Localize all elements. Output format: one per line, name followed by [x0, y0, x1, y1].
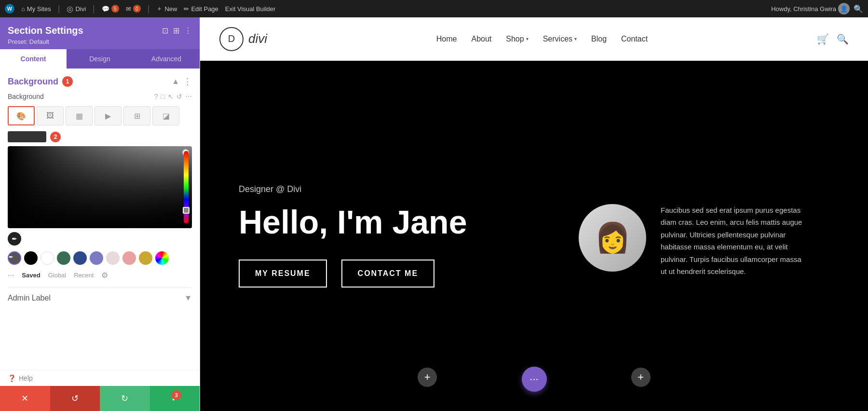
- add-column-right-button[interactable]: +: [631, 368, 651, 387]
- nav-link-about[interactable]: About: [471, 35, 491, 43]
- background-row-icons: ? □ ↖ ↺ ⋯: [154, 93, 192, 100]
- color-swatch-blue[interactable]: [73, 251, 87, 265]
- services-chevron-icon: ▾: [574, 36, 577, 41]
- panel-tabs: Content Design Advanced: [0, 49, 200, 68]
- background-label: Background: [8, 93, 44, 100]
- bg-color-icon: 🎨: [16, 111, 26, 121]
- color-tab-global[interactable]: Global: [48, 272, 67, 279]
- messages-icon: ✉: [126, 5, 131, 13]
- hue-slider-col: [180, 146, 192, 228]
- color-hex-input[interactable]: #000000: [8, 131, 46, 142]
- panel-layout-icon[interactable]: ⊞: [173, 26, 179, 35]
- background-reset-icon[interactable]: ↺: [176, 93, 182, 100]
- nav-link-shop[interactable]: Shop ▾: [506, 35, 528, 43]
- bg-type-pattern-button[interactable]: ⊞: [123, 106, 150, 125]
- messages-link[interactable]: ✉ 0: [126, 5, 141, 13]
- plus-icon: ＋: [156, 4, 163, 13]
- admin-label-row[interactable]: Admin Label ▼: [8, 288, 192, 308]
- bg-type-gradient-button[interactable]: ▦: [66, 106, 93, 125]
- logo-d-icon: D: [228, 33, 235, 44]
- bg-mask-icon: ◪: [163, 111, 170, 121]
- color-swatch-rainbow[interactable]: [155, 251, 169, 265]
- bg-video-icon: ▶: [105, 111, 111, 121]
- bg-type-mask-button[interactable]: ◪: [152, 106, 179, 125]
- panel-resize-icon[interactable]: ⊡: [162, 26, 168, 35]
- panel-preset[interactable]: Preset: Default: [8, 38, 192, 45]
- background-cursor-icon[interactable]: ↖: [168, 93, 174, 100]
- color-swatch-white[interactable]: [41, 251, 54, 265]
- color-swatch-pink-light[interactable]: [106, 251, 120, 265]
- background-device-icon[interactable]: □: [161, 93, 165, 100]
- panel-menu-icon[interactable]: ⋮: [184, 26, 192, 35]
- color-swatch-green[interactable]: [57, 251, 70, 265]
- background-section-header: Background 1 ▲ ⋮: [8, 76, 192, 87]
- color-swatch-pink[interactable]: [122, 251, 136, 265]
- panel-content: Background 1 ▲ ⋮ Background ? □ ↖ ↺ ⋯: [0, 68, 200, 370]
- nav-link-home[interactable]: Home: [436, 35, 457, 43]
- admin-label-text: Admin Label: [8, 294, 51, 302]
- cart-icon[interactable]: 🛒: [817, 33, 829, 45]
- my-sites-link[interactable]: ⌂ My Sites: [21, 5, 51, 13]
- color-swatch-purple[interactable]: [90, 251, 103, 265]
- search-icon[interactable]: 🔍: [854, 4, 863, 14]
- site-name-link[interactable]: ◎ Divi: [67, 4, 86, 14]
- logo-circle: D: [219, 27, 244, 51]
- section-controls: ▲ ⋮: [172, 76, 192, 87]
- color-gradient-canvas[interactable]: [8, 146, 192, 228]
- contact-button[interactable]: CONTACT ME: [341, 260, 434, 288]
- color-swatch-gold[interactable]: [139, 251, 152, 265]
- site-nav: D divi Home About Shop ▾ Services ▾: [200, 17, 868, 61]
- nav-link-services[interactable]: Services ▾: [543, 35, 577, 43]
- fab-button[interactable]: ···: [522, 367, 547, 392]
- color-tab-recent[interactable]: Recent: [74, 272, 94, 279]
- wp-admin-bar: W ⌂ My Sites | ◎ Divi | 💬 5 ✉ 0 | ＋ New …: [0, 0, 868, 17]
- tab-advanced[interactable]: Advanced: [133, 49, 200, 68]
- color-tab-saved[interactable]: Saved: [22, 272, 40, 279]
- tab-content[interactable]: Content: [0, 49, 67, 68]
- help-row: ❓ Help: [0, 370, 200, 386]
- nav-link-blog[interactable]: Blog: [591, 35, 607, 43]
- section-options-icon[interactable]: ⋮: [183, 76, 192, 87]
- hero-designer-label: Designer @ Divi: [239, 184, 579, 194]
- undo-button[interactable]: ↺: [50, 386, 100, 411]
- bg-type-image-button[interactable]: 🖼: [37, 106, 64, 125]
- color-settings-icon[interactable]: ⚙: [101, 271, 108, 280]
- panel-header: Section Settings ⊡ ⊞ ⋮ Preset: Default: [0, 17, 200, 49]
- color-swatch-black[interactable]: [24, 251, 38, 265]
- nav-link-contact[interactable]: Contact: [621, 35, 648, 43]
- background-more-icon[interactable]: ⋯: [185, 93, 192, 100]
- exit-vb-link[interactable]: Exit Visual Builder: [225, 5, 276, 13]
- new-button[interactable]: ＋ New: [156, 4, 177, 13]
- user-avatar: 👤: [838, 3, 850, 14]
- help-label[interactable]: Help: [19, 374, 33, 382]
- color-swatch-dropper[interactable]: ✒: [8, 251, 21, 265]
- background-type-row: 🎨 🖼 ▦ ▶ ⊞ ◪: [8, 106, 192, 125]
- hero-left: Designer @ Divi Hello, I'm Jane MY RESUM…: [239, 184, 579, 288]
- site-search-icon[interactable]: 🔍: [837, 33, 849, 45]
- bg-type-video-button[interactable]: ▶: [95, 106, 122, 125]
- hue-slider-track[interactable]: [184, 151, 189, 223]
- alpha-toggle-button[interactable]: ✒: [8, 232, 21, 246]
- edit-page-link[interactable]: ✏ Edit Page: [184, 5, 218, 13]
- color-more-dots[interactable]: ···: [8, 271, 14, 280]
- color-picker-area: #000000 2 ✒: [8, 131, 192, 246]
- add-column-left-button[interactable]: +: [418, 368, 437, 387]
- howdy-label[interactable]: Howdy, Christina Gwira 👤: [771, 3, 850, 14]
- color-hex-row: #000000 2: [8, 131, 192, 142]
- hue-slider-thumb[interactable]: [183, 207, 190, 214]
- hero-buttons: MY RESUME CONTACT ME: [239, 260, 579, 288]
- section-collapse-icon[interactable]: ▲: [172, 77, 179, 86]
- tab-design[interactable]: Design: [67, 49, 133, 68]
- avatar-emoji: 👩: [595, 220, 631, 255]
- hero-heading: Hello, I'm Jane: [239, 204, 579, 240]
- redo-button[interactable]: ↻: [100, 386, 150, 411]
- resume-button[interactable]: MY RESUME: [239, 260, 327, 288]
- bg-type-color-button[interactable]: 🎨: [8, 106, 35, 125]
- comments-badge: 5: [111, 5, 119, 13]
- cancel-button[interactable]: ✕: [0, 386, 50, 411]
- comments-link[interactable]: 💬 5: [102, 5, 119, 13]
- check-button[interactable]: ✓ 3: [150, 386, 200, 411]
- divi-logo-small: ◎: [67, 4, 73, 14]
- background-help-icon[interactable]: ?: [154, 93, 158, 100]
- wp-logo-icon[interactable]: W: [5, 4, 14, 14]
